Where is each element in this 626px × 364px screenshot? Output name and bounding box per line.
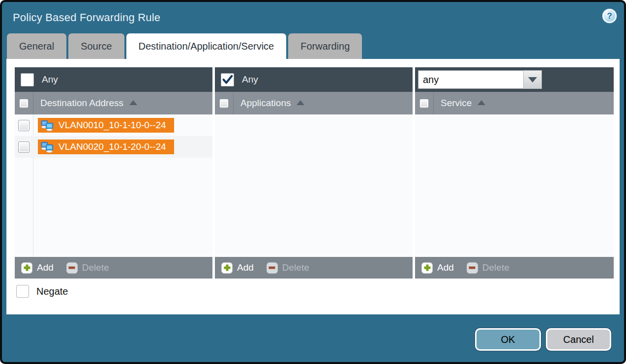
applications-select-all-checkbox[interactable] <box>219 99 229 108</box>
address-entry-label: VLAN0020_10-1-20-0--24 <box>59 141 166 152</box>
triangle-up-icon <box>477 100 485 105</box>
add-label: Add <box>37 262 54 273</box>
network-address-icon <box>41 141 54 153</box>
negate-label: Negate <box>36 286 68 297</box>
applications-column: Any Applications Add <box>215 67 413 279</box>
destination-delete-button[interactable]: Delete <box>66 262 109 274</box>
service-any-bar: any <box>415 67 614 92</box>
ok-button[interactable]: OK <box>475 328 541 351</box>
add-label: Add <box>437 262 454 273</box>
triangle-up-icon <box>297 100 304 105</box>
applications-header-checkbox-cell <box>215 92 234 114</box>
service-column-header: Service <box>415 92 614 114</box>
cancel-button[interactable]: Cancel <box>546 328 611 351</box>
network-address-icon <box>41 119 54 131</box>
address-entry[interactable]: VLAN0010_10-1-10-0--24 <box>38 118 174 133</box>
plus-icon <box>421 262 433 274</box>
destination-address-column: Any Destination Address <box>15 67 212 279</box>
tab-bar: General Source Destination/Application/S… <box>7 33 362 59</box>
tab-general[interactable]: General <box>7 33 66 59</box>
destination-footer: Add Delete <box>15 257 212 279</box>
row-checkbox[interactable] <box>18 120 30 131</box>
dialog-title: Policy Based Forwarding Rule <box>13 11 160 24</box>
negate-checkbox[interactable] <box>16 285 29 298</box>
destination-any-checkbox[interactable] <box>21 73 34 86</box>
triangle-down-icon <box>528 77 537 83</box>
destination-any-label: Any <box>42 74 58 85</box>
applications-any-checkbox[interactable] <box>221 73 234 86</box>
service-type-dropdown[interactable]: any <box>418 70 542 89</box>
destination-column-header: Destination Address <box>15 92 212 114</box>
plus-icon <box>21 262 32 274</box>
row-checkbox-cell <box>15 120 33 131</box>
tab-forwarding[interactable]: Forwarding <box>288 33 362 59</box>
plus-icon <box>221 262 233 274</box>
applications-header-label[interactable]: Applications <box>240 98 291 109</box>
address-entry-label: VLAN0010_10-1-10-0--24 <box>59 120 166 131</box>
destination-add-button[interactable]: Add <box>21 262 54 274</box>
tab-destination-application-service[interactable]: Destination/Application/Service <box>126 33 287 59</box>
minus-icon <box>267 262 278 274</box>
destination-list: VLAN0010_10-1-10-0--24 <box>15 114 212 257</box>
destination-header-checkbox-cell <box>15 92 33 114</box>
service-delete-button[interactable]: Delete <box>467 262 509 274</box>
destination-select-all-checkbox[interactable] <box>19 99 29 108</box>
destination-any-bar: Any <box>15 67 212 92</box>
service-column: any Service <box>415 67 614 279</box>
dropdown-button[interactable] <box>523 70 542 89</box>
applications-any-label: Any <box>242 74 258 85</box>
applications-add-button[interactable]: Add <box>221 262 254 274</box>
add-label: Add <box>237 262 254 273</box>
policy-based-forwarding-dialog: Policy Based Forwarding Rule ? General S… <box>0 0 626 364</box>
delete-label: Delete <box>282 262 309 273</box>
applications-any-bar: Any <box>215 67 413 92</box>
list-item[interactable]: VLAN0020_10-1-20-0--24 <box>15 136 212 158</box>
minus-icon <box>467 262 478 274</box>
service-type-value[interactable]: any <box>418 70 523 89</box>
service-footer: Add Delete <box>415 257 614 279</box>
help-icon[interactable]: ? <box>602 9 617 23</box>
row-checkbox-cell <box>15 141 33 153</box>
applications-delete-button[interactable]: Delete <box>267 262 309 274</box>
applications-list <box>215 114 413 257</box>
applications-footer: Add Delete <box>215 257 413 279</box>
question-glyph: ? <box>607 11 612 21</box>
tab-source[interactable]: Source <box>68 33 124 59</box>
content-panel: Any Destination Address <box>6 59 620 314</box>
service-header-label[interactable]: Service <box>441 98 472 109</box>
negate-row: Negate <box>16 285 68 298</box>
column-container: Any Destination Address <box>15 67 614 279</box>
destination-header-label[interactable]: Destination Address <box>40 98 123 109</box>
service-header-checkbox-cell <box>415 92 434 114</box>
address-entry[interactable]: VLAN0020_10-1-20-0--24 <box>38 140 174 154</box>
row-checkbox[interactable] <box>18 141 30 153</box>
service-select-all-checkbox[interactable] <box>419 99 429 108</box>
minus-icon <box>66 262 78 274</box>
service-add-button[interactable]: Add <box>421 262 454 274</box>
delete-label: Delete <box>82 262 109 273</box>
checkmark-icon <box>221 74 234 86</box>
delete-label: Delete <box>482 262 509 273</box>
service-list <box>415 114 614 257</box>
list-item[interactable]: VLAN0010_10-1-10-0--24 <box>15 114 212 136</box>
applications-column-header: Applications <box>215 92 413 114</box>
triangle-up-icon <box>129 100 137 105</box>
